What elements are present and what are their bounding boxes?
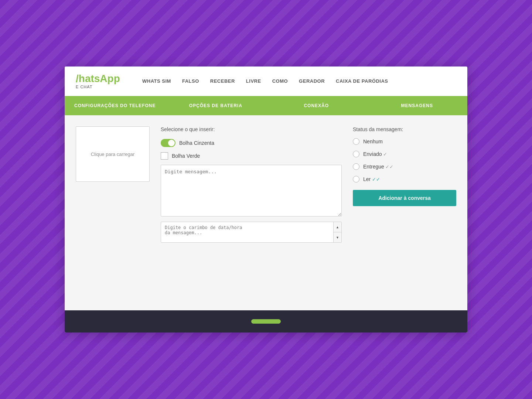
status-nenhum[interactable]: Nenhum <box>353 138 456 145</box>
timestamp-up[interactable]: ▲ <box>334 222 341 232</box>
right-panel: Status da mensagem: Nenhum Enviado ✓ Ent… <box>353 126 456 299</box>
bubble-gray-option[interactable]: Bolha Cinzenta <box>161 139 342 147</box>
select-title: Selecione o que inserir: <box>161 126 342 132</box>
footer-bar <box>65 310 467 332</box>
add-button[interactable]: Adicionar à conversa <box>353 190 456 206</box>
bubble-green-checkbox[interactable] <box>161 152 168 160</box>
status-entregue[interactable]: Entregue ✓✓ <box>353 163 456 170</box>
radio-nenhum[interactable] <box>353 138 359 145</box>
bubble-gray-toggle[interactable] <box>161 139 175 147</box>
content-area: Clique para carregar Selecione o que ins… <box>65 115 467 310</box>
timestamp-wrapper: ▲ ▼ <box>161 222 342 243</box>
middle-panel: Selecione o que inserir: Bolha Cinzenta … <box>161 126 342 299</box>
bubble-green-label: Bolha Verde <box>172 153 200 159</box>
nav-caixa-de-parodias[interactable]: CAIXA DE PARÓDIAS <box>336 78 388 84</box>
radio-enviado[interactable] <box>353 151 359 157</box>
sub-nav: CONFIGURAÇÕES DO TELEFONE OPÇÕES DE BATE… <box>65 96 467 115</box>
nav-gerador[interactable]: GERADOR <box>299 78 325 84</box>
logo-area: /hatsApp E CHAT <box>76 74 127 89</box>
sub-nav-conexao[interactable]: CONEXÃO <box>266 103 367 108</box>
main-nav: WHATS SIM FALSO RECEBER LIVRE COMO GERAD… <box>142 78 388 84</box>
status-entregue-label: Entregue ✓✓ <box>363 164 393 170</box>
status-ler-label: Ler ✓✓ <box>363 176 380 182</box>
sub-nav-bateria[interactable]: OPÇÕES DE BATERIA <box>166 103 266 108</box>
nav-whats-sim[interactable]: WHATS SIM <box>142 78 171 84</box>
upload-box[interactable]: Clique para carregar <box>76 126 150 182</box>
logo-text: hatsApp <box>79 73 120 84</box>
logo-subtitle: E CHAT <box>76 85 127 89</box>
nav-como[interactable]: COMO <box>272 78 288 84</box>
radio-entregue[interactable] <box>353 163 359 170</box>
nav-falso[interactable]: FALSO <box>182 78 199 84</box>
logo: /hatsApp <box>76 74 127 84</box>
logo-accent: / <box>76 73 79 84</box>
sub-nav-mensagens[interactable]: MENSAGENS <box>367 103 468 108</box>
header: /hatsApp E CHAT WHATS SIM FALSO RECEBER … <box>65 66 467 96</box>
status-nenhum-label: Nenhum <box>363 139 383 144</box>
status-enviado-label: Enviado ✓ <box>363 151 387 157</box>
timestamp-arrows: ▲ ▼ <box>333 222 341 242</box>
timestamp-input[interactable] <box>161 222 333 242</box>
status-title: Status da mensagem: <box>353 126 456 132</box>
radio-ler[interactable] <box>353 176 359 183</box>
footer-pill <box>251 319 281 324</box>
left-panel: Clique para carregar <box>76 126 150 299</box>
timestamp-down[interactable]: ▼ <box>334 232 341 242</box>
sub-nav-configuracoes[interactable]: CONFIGURAÇÕES DO TELEFONE <box>65 103 166 108</box>
nav-receber[interactable]: RECEBER <box>210 78 235 84</box>
status-ler[interactable]: Ler ✓✓ <box>353 176 456 183</box>
status-enviado[interactable]: Enviado ✓ <box>353 151 456 157</box>
bubble-gray-label: Bolha Cinzenta <box>179 140 214 146</box>
bubble-green-option[interactable]: Bolha Verde <box>161 152 342 160</box>
upload-label: Clique para carregar <box>91 151 135 157</box>
message-textarea[interactable] <box>161 165 342 216</box>
nav-livre[interactable]: LIVRE <box>246 78 261 84</box>
